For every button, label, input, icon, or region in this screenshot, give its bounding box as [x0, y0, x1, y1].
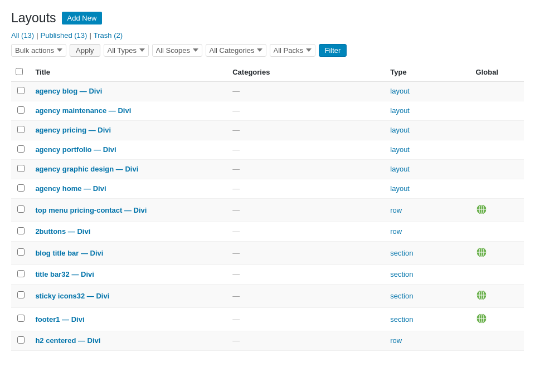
row-checkbox[interactable] [17, 205, 25, 213]
row-title-cell: agency pricing — Divi [31, 120, 228, 140]
row-title-cell: 2buttons — Divi [31, 222, 228, 241]
table-row: agency pricing — Divi—layout [11, 120, 524, 140]
row-type-link[interactable]: section [390, 315, 413, 324]
row-checkbox[interactable] [17, 106, 25, 114]
row-type-link[interactable]: layout [390, 87, 410, 95]
filter-button[interactable]: Filter [319, 44, 347, 57]
bulk-actions-select[interactable]: Bulk actions [11, 44, 66, 57]
row-title-link[interactable]: agency maintenance — Divi [35, 106, 131, 115]
row-checkbox[interactable] [17, 336, 25, 344]
row-categories-value: — [232, 106, 240, 115]
row-type-link[interactable]: section [390, 249, 413, 257]
row-title-link[interactable]: top menu pricing-contact — Divi [35, 206, 147, 214]
row-categories-value: — [232, 206, 240, 214]
row-type-cell: section [386, 241, 471, 264]
table-row: agency maintenance — Divi—layout [11, 101, 524, 120]
row-categories-cell: — [228, 264, 386, 284]
row-checkbox[interactable] [17, 87, 25, 94]
row-title-link[interactable]: agency portfolio — Divi [35, 145, 116, 154]
all-types-select[interactable]: All Types [104, 44, 149, 57]
row-categories-cell: — [228, 120, 386, 140]
filter-link-all[interactable]: All (13) [11, 31, 34, 40]
row-categories-value: — [232, 249, 240, 257]
row-title-link[interactable]: agency graphic design — Divi [35, 165, 138, 173]
row-title-link[interactable]: blog title bar — Divi [35, 249, 103, 257]
row-global-cell [471, 120, 524, 140]
row-type-cell: layout [386, 81, 471, 101]
row-checkbox[interactable] [17, 291, 25, 298]
row-checkbox[interactable] [17, 227, 25, 234]
row-global-cell [471, 264, 524, 284]
row-checkbox[interactable] [17, 315, 25, 322]
global-icon [476, 204, 487, 215]
row-type-cell: section [386, 284, 471, 307]
filter-links: All (13) | Published (13) | Trash (2) [11, 31, 524, 40]
global-icon [476, 247, 487, 258]
row-checkbox[interactable] [17, 126, 25, 133]
table-row: sticky icons32 — Divi—section [11, 284, 524, 307]
row-title-link[interactable]: agency home — Divi [35, 184, 106, 193]
table-row: 2buttons — Divi—row [11, 222, 524, 241]
row-title-link[interactable]: sticky icons32 — Divi [35, 292, 109, 300]
row-global-cell [471, 140, 524, 159]
all-scopes-select[interactable]: All Scopes [152, 44, 202, 57]
row-checkbox[interactable] [17, 270, 25, 277]
row-checkbox-cell [11, 140, 31, 159]
row-checkbox[interactable] [17, 165, 25, 172]
row-global-cell [471, 222, 524, 241]
row-title-cell: top menu pricing-contact — Divi [31, 198, 228, 222]
row-checkbox[interactable] [17, 248, 25, 256]
row-type-link[interactable]: layout [390, 145, 410, 154]
row-checkbox-cell [11, 179, 31, 198]
row-title-link[interactable]: h2 centered — Divi [35, 336, 100, 345]
row-checkbox-cell [11, 81, 31, 101]
row-categories-value: — [232, 227, 240, 236]
row-type-link[interactable]: row [390, 227, 402, 236]
filter-link-published[interactable]: Published (13) [41, 31, 87, 40]
row-title-link[interactable]: agency pricing — Divi [35, 126, 111, 134]
row-title-link[interactable]: 2buttons — Divi [35, 227, 90, 236]
row-checkbox-cell [11, 331, 31, 350]
row-title-link[interactable]: agency blog — Divi [35, 87, 102, 95]
col-header-title[interactable]: Title [31, 63, 228, 82]
row-categories-cell: — [228, 331, 386, 350]
page-title: Layouts [11, 10, 56, 27]
row-checkbox[interactable] [17, 184, 25, 192]
row-categories-value: — [232, 145, 240, 154]
row-global-cell [471, 331, 524, 350]
row-type-link[interactable]: section [390, 270, 413, 278]
row-type-link[interactable]: layout [390, 106, 410, 115]
row-title-cell: footer1 — Divi [31, 307, 228, 331]
row-global-cell [471, 159, 524, 179]
row-categories-value: — [232, 87, 240, 95]
row-checkbox[interactable] [17, 145, 25, 153]
row-type-link[interactable]: row [390, 336, 402, 345]
row-type-cell: row [386, 198, 471, 222]
add-new-button[interactable]: Add New [62, 12, 103, 24]
table-row: agency graphic design — Divi—layout [11, 159, 524, 179]
row-title-link[interactable]: title bar32 — Divi [35, 270, 94, 278]
row-global-cell [471, 179, 524, 198]
global-icon [476, 290, 487, 301]
row-categories-value: — [232, 126, 240, 134]
row-title-cell: blog title bar — Divi [31, 241, 228, 264]
row-type-link[interactable]: row [390, 206, 402, 214]
row-type-link[interactable]: layout [390, 165, 410, 173]
row-title-cell: agency home — Divi [31, 179, 228, 198]
page-header: Layouts Add New [11, 6, 524, 27]
row-categories-value: — [232, 165, 240, 173]
row-type-link[interactable]: section [390, 292, 413, 300]
row-checkbox-cell [11, 101, 31, 120]
col-header-type: Type [386, 63, 471, 82]
filter-link-trash[interactable]: Trash (2) [94, 31, 123, 40]
row-type-link[interactable]: layout [390, 184, 410, 193]
row-title-link[interactable]: footer1 — Divi [35, 315, 84, 324]
all-packs-select[interactable]: All Packs [270, 44, 315, 57]
row-categories-cell: — [228, 284, 386, 307]
row-type-link[interactable]: layout [390, 126, 410, 134]
row-categories-value: — [232, 336, 240, 345]
global-icon [476, 313, 487, 324]
apply-button[interactable]: Apply [70, 44, 100, 57]
select-all-checkbox[interactable] [16, 68, 23, 75]
all-categories-select[interactable]: All Categories [206, 44, 266, 57]
